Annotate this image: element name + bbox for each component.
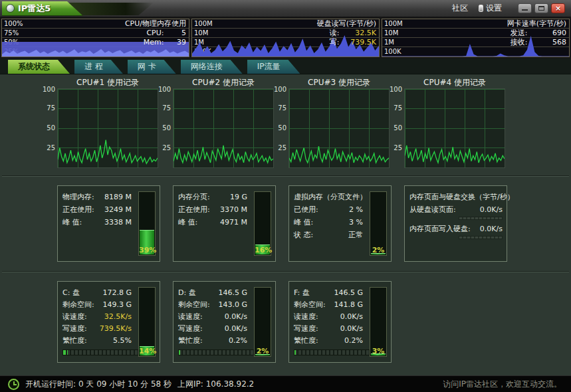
physical-memory-panel: 物理内存:8189 M 正在使用:3249 M 峰 值:3338 M 39% <box>57 185 160 262</box>
app-title-ribbon: IP雷达5 <box>2 1 158 16</box>
stat-value: 5 <box>166 29 186 38</box>
community-label: 社区 <box>452 3 468 14</box>
stat-label: 读: <box>330 29 340 37</box>
page-file-usage-bar: 16% <box>254 191 271 256</box>
settings-icon <box>479 5 483 12</box>
top-meters-strip: 100% 75% 50% 25% CPU/物理内存使用 CPU: 5 Mem: … <box>0 17 571 58</box>
tab-bar: 系统状态 进 程 网 卡 网络连接 IP流量 <box>0 58 571 74</box>
titlebar-menu: 社区 设置 × <box>452 3 571 14</box>
section-divider <box>2 271 569 272</box>
cpu4-usage-chart <box>404 88 505 168</box>
close-button[interactable]: × <box>551 3 565 13</box>
uptime-text: 开机运行时间: 0 天 09 小时 10 分 58 秒 <box>25 379 171 390</box>
cpu4-graph-title: CPU#4 使用记录 <box>390 78 505 88</box>
disk-d-panel: D: 盘146.5 G 剩余空间:143.0 G 读速度:0.0K/s 写速度:… <box>173 281 276 363</box>
community-menu-item[interactable]: 社区 <box>452 3 468 14</box>
memory-usage-bar: 39% <box>138 191 156 256</box>
bar-percent-label: 39% <box>139 246 155 254</box>
tab-ip-traffic[interactable]: IP流量 <box>247 60 300 74</box>
section-divider <box>2 175 569 177</box>
tab-network-connections[interactable]: 网络连接 <box>181 60 243 74</box>
page-file-memory-panel: 内存分页:19 G 正在使用:3370 M 峰 值:4971 M 16% <box>173 185 276 262</box>
window-controls: × <box>518 3 565 13</box>
stat-label: CPU: <box>146 29 164 37</box>
y-axis: 100755025 <box>274 88 288 168</box>
tab-system-status[interactable]: 系统状态 <box>8 60 70 74</box>
disk-d-busy-meter <box>178 349 257 355</box>
stat-value: 690 <box>530 29 566 38</box>
community-hint-text: 访问IP雷达社区，欢迎互动交流。 <box>443 379 562 390</box>
tab-network-card[interactable]: 网 卡 <box>128 60 176 74</box>
maximize-icon <box>538 6 544 11</box>
cpu2-usage-chart <box>173 88 274 168</box>
cpu3-graph-group: CPU#3 使用记录 100755025 <box>274 78 390 168</box>
bar-percent-label: 14% <box>139 347 155 355</box>
tab-processes[interactable]: 进 程 <box>74 60 123 74</box>
disk-f-busy-meter <box>294 349 372 355</box>
stat-value: 39 <box>166 38 186 47</box>
y-axis: 100755025 <box>43 88 57 168</box>
settings-menu-item[interactable]: 设置 <box>479 3 502 14</box>
meter-title: 网卡速率(字节/秒) <box>507 19 566 29</box>
y-axis: 100755025 <box>390 88 404 168</box>
cpu-memory-meter-panel: 100% 75% 50% 25% CPU/物理内存使用 CPU: 5 Mem: … <box>1 19 189 57</box>
swap-write-meter <box>459 236 503 239</box>
stat-label: 写: <box>330 38 340 47</box>
bar-percent-label: 3% <box>370 347 386 355</box>
bar-percent-label: 16% <box>255 246 271 254</box>
stat-label: 接收: <box>511 38 528 47</box>
disk-f-activity-bar: 3% <box>370 287 387 357</box>
stat-value: 32.5K <box>342 29 376 38</box>
bar-percent-label: 2% <box>255 347 271 355</box>
swap-read-meter <box>459 217 503 220</box>
disk-c-activity-bar: 14% <box>138 287 156 357</box>
cpu1-graph-group: CPU#1 使用记录 100755025 <box>43 78 158 168</box>
stat-label: 发送: <box>511 29 528 37</box>
app-logo-icon <box>6 4 15 13</box>
minimize-icon <box>522 9 528 11</box>
cpu1-usage-chart <box>57 88 158 168</box>
virtual-memory-panel: 虚拟内存（分页文件） 已使用:2 % 峰 值:3 % 状 态:正常 2% <box>288 185 392 262</box>
network-meter-panel: 100M 10M 1M 100K 网卡速率(字节/秒) 发送: 690 接收: … <box>382 19 570 57</box>
ip-radar-window: { "window": { "title": "IP雷达5", "menu": … <box>0 0 571 392</box>
app-title: IP雷达5 <box>18 3 51 15</box>
public-ip-text: 上网IP: 106.38.92.2 <box>177 379 254 390</box>
stat-value: 739.5K <box>342 38 376 47</box>
virtual-memory-usage-bar: 2% <box>370 191 387 256</box>
panel-title: 内存页面与硬盘交换（字节/秒） <box>409 191 503 204</box>
cpu2-graph-group: CPU#2 使用记录 100755025 <box>158 78 274 168</box>
cpu3-graph-title: CPU#3 使用记录 <box>274 78 390 88</box>
cpu3-usage-chart <box>288 88 390 168</box>
close-icon: × <box>555 5 561 12</box>
y-axis: 100755025 <box>158 88 173 168</box>
disk-f-panel: F: 盘146.5 G 剩余空间:141.8 G 读速度:0.0K/s 写速度:… <box>288 281 392 363</box>
minimize-button[interactable] <box>518 3 532 13</box>
system-status-page: CPU#1 使用记录 100755025 CPU#2 使用记录 10075502… <box>0 74 571 375</box>
meter-title: CPU/物理内存使用 <box>125 19 186 29</box>
disk-d-activity-bar: 2% <box>254 287 271 357</box>
status-bar: 开机运行时间: 0 天 09 小时 10 分 58 秒 上网IP: 106.38… <box>0 375 571 392</box>
title-bar: IP雷达5 社区 设置 × <box>0 0 571 17</box>
uptime-clock-icon <box>8 379 19 390</box>
panel-title: 虚拟内存（分页文件） <box>294 191 363 204</box>
meter-title: 硬盘读写(字节/秒) <box>317 19 376 29</box>
cpu-graphs-row: CPU#1 使用记录 100755025 CPU#2 使用记录 10075502… <box>0 78 571 168</box>
disk-c-panel: C: 盘172.8 G 剩余空间:149.3 G 读速度:32.5K/s 写速度… <box>57 281 160 363</box>
stat-value: 568 <box>530 38 566 47</box>
memory-disk-swap-panel: 内存页面与硬盘交换（字节/秒） 从硬盘读页面:0.0K/s 内存页面写入硬盘:0… <box>404 185 507 262</box>
stat-label: Mem: <box>144 38 164 47</box>
maximize-button[interactable] <box>534 3 548 13</box>
disk-panels-row: C: 盘172.8 G 剩余空间:149.3 G 读速度:32.5K/s 写速度… <box>0 281 571 363</box>
disk-io-meter-panel: 100M 10M 1M 100K 硬盘读写(字节/秒) 读: 32.5K 写: … <box>191 19 380 57</box>
bar-percent-label: 2% <box>370 246 386 254</box>
cpu2-graph-title: CPU#2 使用记录 <box>158 78 274 88</box>
settings-label: 设置 <box>486 3 502 14</box>
disk-c-busy-meter <box>62 349 141 355</box>
memory-panels-row: 物理内存:8189 M 正在使用:3249 M 峰 值:3338 M 39% 内… <box>0 185 571 262</box>
cpu1-graph-title: CPU#1 使用记录 <box>43 78 158 88</box>
cpu4-graph-group: CPU#4 使用记录 100755025 <box>390 78 505 168</box>
